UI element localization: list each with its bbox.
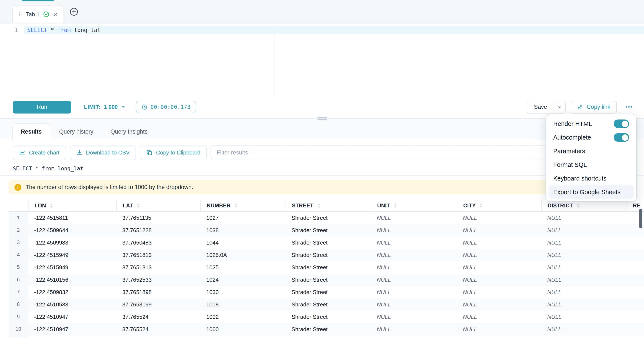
column-header[interactable]: LAT — [116, 200, 200, 212]
plus-icon — [70, 7, 78, 16]
table-row[interactable]: 8 -122.4510533 37.7653199 1018 Shrader S… — [8, 298, 644, 311]
sort-icon[interactable] — [234, 203, 238, 208]
editor-code-line[interactable]: SELECT * from long_lat — [27, 26, 100, 34]
cell-unit: NULL — [371, 298, 457, 311]
cell-street: Shrader Street — [286, 298, 371, 311]
menu-item[interactable]: Parameters — [548, 144, 634, 158]
cell-unit: NULL — [371, 323, 457, 335]
table-row[interactable]: 1 -122.4515811 37.7651135 1027 Shrader S… — [8, 212, 644, 224]
copy-to-clipboard-label: Copy to Clipboard — [156, 149, 200, 156]
cell-district: NULL — [541, 261, 626, 274]
cell-unit: NULL — [371, 236, 457, 249]
sort-icon[interactable] — [576, 203, 580, 208]
copy-link-button[interactable]: Copy link — [571, 100, 617, 113]
cell-number: 1002 — [200, 311, 286, 323]
sql-editor[interactable]: 1 SELECT * from long_lat — [0, 24, 644, 96]
splitter-grip[interactable] — [316, 116, 328, 121]
column-header[interactable]: NUMBER — [200, 200, 286, 212]
cell-lon: -122.4515949 — [28, 249, 116, 261]
cell-lon: -122.4509832 — [28, 286, 116, 298]
menu-item-label: Export to Google Sheets — [553, 189, 620, 196]
query-tab[interactable]: Tab 1 — [12, 5, 64, 23]
download-csv-button[interactable]: Download to CSV — [70, 145, 136, 160]
save-button[interactable]: Save — [527, 101, 554, 113]
toggle-switch[interactable] — [614, 119, 629, 128]
table-row[interactable]: 10 -122.4510947 37.765524 1000 Shrader S… — [8, 323, 644, 335]
cell-number: 1025 — [200, 261, 286, 274]
column-header[interactable]: CITY — [457, 200, 541, 212]
copy-to-clipboard-button[interactable]: Copy to Clipboard — [140, 145, 207, 160]
column-header[interactable]: DISTRICT — [541, 200, 626, 212]
sort-icon[interactable] — [394, 203, 397, 208]
sql-table-name: long_lat — [74, 27, 100, 33]
table-row[interactable]: 9 -122.4510947 37.765524 1002 Shrader St… — [8, 311, 644, 323]
add-tab-button[interactable] — [68, 6, 80, 18]
results-tab[interactable]: Query Insights — [102, 123, 156, 139]
link-icon — [577, 104, 583, 110]
cell-number: 1024 — [200, 274, 286, 286]
table-row[interactable]: 5 -122.4515949 37.7651813 1025 Shrader S… — [8, 261, 644, 274]
table-row[interactable]: 2 -122.4509644 37.7651228 1038 Shrader S… — [8, 224, 644, 236]
menu-item[interactable]: Autocomplete — [548, 131, 634, 144]
cell-re — [626, 323, 644, 335]
cell-street: Shrader Street — [286, 261, 371, 274]
chart-icon — [19, 149, 26, 156]
editor-gutter: 1 — [0, 24, 24, 96]
vertical-scrollbar-thumb[interactable] — [639, 209, 642, 228]
menu-item-label: Format SQL — [553, 161, 587, 168]
cell-re — [626, 249, 644, 261]
more-options-button[interactable] — [623, 101, 634, 113]
cell-number: 1027 — [200, 212, 286, 224]
sort-icon[interactable] — [136, 203, 140, 208]
cell-number: 1018 — [200, 298, 286, 311]
results-tab-label: Query history — [59, 128, 94, 135]
table-row[interactable]: 11 -122.4510983 37.7654555 1036 Shrader … — [8, 335, 644, 338]
table-row[interactable]: 3 -122.4509983 37.7650483 1044 Shrader S… — [8, 236, 644, 249]
row-number-cell: 6 — [8, 274, 28, 286]
results-tab[interactable]: Query history — [51, 123, 102, 139]
close-tab-icon[interactable] — [53, 12, 58, 17]
column-header-label: CITY — [463, 203, 476, 209]
row-number-cell: 10 — [8, 323, 28, 335]
column-header[interactable]: LON — [28, 200, 116, 212]
table-row[interactable]: 6 -122.4510156 37.7652533 1024 Shrader S… — [8, 274, 644, 286]
sort-icon[interactable] — [50, 203, 53, 208]
run-button[interactable]: Run — [13, 100, 71, 113]
editor-toolbar: Run LIMIT: 1 000 00:00:00.173 Save Copy … — [0, 96, 644, 118]
sort-icon[interactable] — [317, 203, 321, 208]
cell-re — [626, 261, 644, 274]
cell-lat: 37.7651898 — [116, 286, 200, 298]
cell-city: NULL — [457, 311, 541, 323]
cell-street: Shrader Street — [286, 335, 371, 338]
create-chart-button[interactable]: Create chart — [13, 145, 66, 160]
cell-unit: NULL — [371, 274, 457, 286]
cell-re — [626, 311, 644, 323]
table-row[interactable]: 4 -122.4515949 37.7651813 1025.0A Shrade… — [8, 249, 644, 261]
row-number-cell: 5 — [8, 261, 28, 274]
menu-item[interactable]: Export to Google Sheets — [548, 185, 634, 199]
column-header[interactable]: UNIT — [371, 200, 457, 212]
query-timer: 00:00:00.173 — [136, 101, 196, 113]
toggle-switch[interactable] — [614, 133, 629, 142]
menu-item[interactable]: Render HTML — [548, 117, 634, 131]
cell-lat: 37.7651228 — [116, 224, 200, 236]
table-body: 1 -122.4515811 37.7651135 1027 Shrader S… — [8, 212, 644, 338]
table-row[interactable]: 7 -122.4509832 37.7651898 1030 Shrader S… — [8, 286, 644, 298]
cell-lon: -122.4510156 — [28, 274, 116, 286]
cell-district: NULL — [541, 335, 626, 338]
column-header[interactable]: STREET — [286, 200, 371, 212]
row-number-cell: 7 — [8, 286, 28, 298]
limit-label: LIMIT: — [84, 104, 100, 110]
menu-item[interactable]: Keyboard shortcuts — [548, 172, 634, 185]
column-header-label: LAT — [123, 203, 133, 209]
menu-item[interactable]: Format SQL — [548, 158, 634, 172]
row-number-header — [8, 200, 28, 212]
save-options-button[interactable] — [554, 101, 565, 113]
sort-icon[interactable] — [479, 203, 483, 208]
results-tab[interactable]: Results — [12, 123, 50, 139]
limit-dropdown[interactable]: LIMIT: 1 000 — [84, 104, 126, 110]
cell-district: NULL — [541, 274, 626, 286]
menu-item-label: Autocomplete — [553, 134, 591, 141]
cell-city: NULL — [457, 261, 541, 274]
table-header-row: LON LAT NUMBER — [8, 200, 644, 212]
